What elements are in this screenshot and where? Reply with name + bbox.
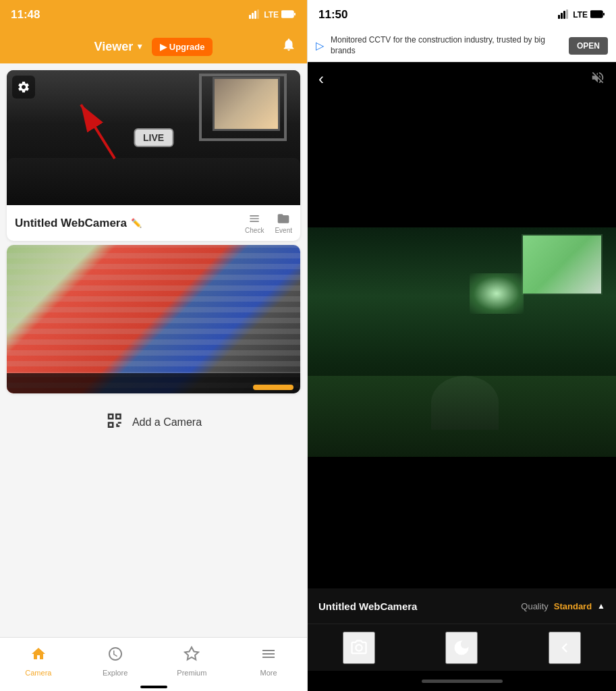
viewer-caret-icon: ▼	[136, 42, 144, 51]
right-home-indicator	[308, 671, 616, 691]
video-camera-name: Untitled WebCamera	[318, 601, 417, 612]
progress-bar	[253, 385, 293, 390]
quality-chevron-icon: ▲	[597, 601, 605, 611]
pixel-overlay	[7, 245, 300, 393]
left-header: Viewer ▼ ▶ Upgrade	[0, 30, 307, 63]
viewer-title: Viewer	[94, 40, 134, 54]
event-button[interactable]: Event	[275, 212, 292, 234]
svg-rect-9	[561, 13, 563, 19]
svg-rect-2	[254, 11, 256, 19]
night-bright-spot	[470, 273, 524, 314]
battery-icon	[281, 10, 296, 20]
explore-nav-label: Explore	[103, 669, 128, 677]
qr-icon	[105, 411, 125, 434]
home-bar	[422, 680, 503, 683]
ad-text: Monitored CCTV for the construction indu…	[331, 35, 562, 56]
svg-rect-1	[252, 13, 254, 19]
edit-icon[interactable]: ✏️	[131, 218, 142, 228]
right-signal-icon	[558, 9, 570, 21]
open-ad-button[interactable]: OPEN	[569, 37, 608, 55]
back-button[interactable]: ‹	[318, 70, 324, 88]
feed-frame	[199, 74, 287, 141]
night-frame	[522, 234, 603, 295]
right-battery-icon	[590, 10, 605, 20]
night-mode-button[interactable]	[445, 632, 478, 664]
live-badge: LIVE	[134, 128, 173, 147]
video-top-controls: ‹	[308, 62, 616, 96]
camera-2-bottom-bar	[7, 373, 300, 393]
svg-rect-10	[563, 11, 565, 19]
quality-value: Standard	[554, 601, 592, 611]
right-time: 11:50	[318, 8, 347, 22]
ad-banner[interactable]: ▷ Monitored CCTV for the construction in…	[308, 30, 616, 62]
check-button[interactable]: Check	[245, 212, 264, 234]
nav-more[interactable]: More	[248, 646, 289, 677]
notification-bell-icon[interactable]	[281, 37, 296, 56]
signal-icon	[249, 9, 261, 21]
camera-feed-1: LIVE	[7, 70, 300, 205]
right-status-icons: LTE	[558, 9, 605, 21]
screenshot-button[interactable]	[343, 632, 375, 664]
bottom-navigation: Camera Explore Premium	[0, 637, 307, 691]
mute-button[interactable]	[590, 70, 605, 88]
right-status-bar: 11:50 LTE	[308, 0, 616, 30]
svg-rect-12	[590, 11, 603, 18]
night-vision-feed	[308, 227, 616, 457]
svg-rect-0	[249, 15, 251, 19]
svg-rect-4	[281, 11, 293, 18]
upgrade-button[interactable]: ▶ Upgrade	[152, 38, 213, 56]
viewer-title-group[interactable]: Viewer ▼	[94, 40, 144, 54]
left-status-icons: LTE	[249, 9, 296, 21]
feed-sofa	[7, 158, 300, 205]
more-nav-icon	[260, 646, 277, 666]
camera-card-2[interactable]	[7, 245, 300, 393]
right-lte-label: LTE	[573, 10, 588, 20]
camera-info: Untitled WebCamera ✏️ Check Event	[7, 205, 300, 241]
home-indicator	[140, 686, 167, 688]
left-panel: 11:48 LTE Viewer ▼	[0, 0, 308, 691]
camera-card-1[interactable]: LIVE Untitled WebCamera ✏️	[7, 70, 300, 241]
svg-rect-8	[558, 15, 560, 19]
camera-nav-icon	[30, 646, 47, 666]
svg-rect-13	[603, 13, 605, 16]
premium-nav-label: Premium	[177, 669, 206, 677]
lte-label: LTE	[264, 10, 279, 20]
quality-selector[interactable]: Quality Standard ▲	[521, 601, 605, 611]
left-time: 11:48	[11, 8, 40, 22]
video-bottom-toolbar	[308, 624, 616, 671]
explore-nav-icon	[107, 646, 123, 666]
video-area[interactable]	[308, 96, 616, 588]
quality-label: Quality	[521, 601, 548, 611]
more-nav-label: More	[260, 669, 277, 677]
nav-explore[interactable]: Explore	[95, 646, 136, 677]
svg-rect-11	[566, 9, 568, 19]
svg-rect-3	[257, 9, 259, 19]
camera-actions: Check Event	[245, 212, 292, 234]
camera-nav-label: Camera	[25, 669, 51, 677]
add-camera-button[interactable]: Add a Camera	[105, 411, 202, 434]
camera-feed-2	[7, 245, 300, 393]
ad-icon: ▷	[316, 39, 324, 52]
nav-camera[interactable]: Camera	[18, 646, 59, 677]
nav-premium[interactable]: Premium	[171, 646, 212, 677]
settings-button[interactable]	[12, 76, 35, 99]
left-status-bar: 11:48 LTE	[0, 0, 307, 30]
svg-rect-5	[294, 13, 296, 16]
right-panel: 11:50 LTE ▷ Monitored CCTV for the c	[308, 0, 616, 691]
camera-name: Untitled WebCamera ✏️	[15, 217, 142, 230]
premium-nav-icon	[184, 646, 200, 666]
more-options-button[interactable]	[549, 632, 581, 664]
video-info-bar: Untitled WebCamera Quality Standard ▲	[308, 588, 616, 624]
night-figure	[431, 376, 499, 430]
